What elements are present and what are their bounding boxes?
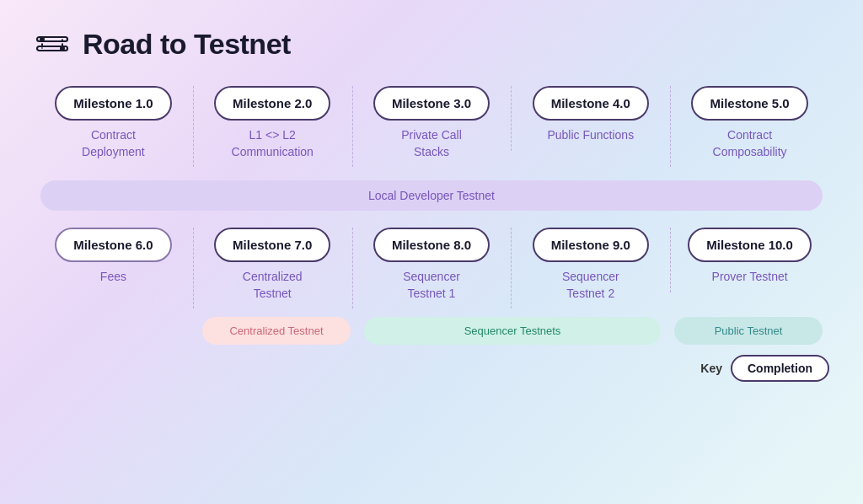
- col-m4: Milestone 4.0 Public Functions: [511, 86, 670, 151]
- key-completion-pill: Completion: [731, 355, 829, 382]
- milestone-6-subtitle: Fees: [100, 269, 126, 286]
- milestone-2-pill: Milestone 2.0: [214, 86, 330, 121]
- local-testnet-band: Local Developer Testnet: [40, 180, 823, 211]
- centralized-testnet-band: Centralized Testnet: [202, 317, 351, 345]
- bottom-bands-row: Centralized Testnet Sequencer Testnets P…: [34, 317, 829, 345]
- milestone-3-subtitle: Private CallStacks: [401, 127, 462, 160]
- milestone-8-subtitle: SequencerTestnet 1: [403, 269, 460, 302]
- milestone-7-subtitle: CentralizedTestnet: [243, 269, 303, 302]
- milestone-4-pill: Milestone 4.0: [533, 86, 649, 121]
- band-col-m7: Centralized Testnet: [196, 317, 357, 345]
- col-m6: Milestone 6.0 Fees: [34, 228, 193, 292]
- top-milestones-row: Milestone 1.0 ContractDeployment Milesto…: [34, 86, 829, 167]
- page: Road to Testnet Milestone 1.0 ContractDe…: [0, 0, 863, 504]
- public-testnet-band: Public Testnet: [674, 317, 823, 345]
- col-m5: Milestone 5.0 ContractComposability: [670, 86, 829, 167]
- milestone-10-subtitle: Prover Testnet: [712, 269, 788, 286]
- milestone-4-subtitle: Public Functions: [547, 127, 634, 144]
- milestone-8-pill: Milestone 8.0: [373, 228, 490, 262]
- col-m2: Milestone 2.0 L1 <> L2Communication: [193, 86, 352, 167]
- col-m3: Milestone 3.0 Private CallStacks: [352, 86, 512, 167]
- milestone-10-pill: Milestone 10.0: [688, 228, 812, 262]
- header: Road to Testnet: [34, 25, 829, 62]
- col-m1: Milestone 1.0 ContractDeployment: [34, 86, 193, 167]
- milestone-1-subtitle: ContractDeployment: [82, 127, 145, 160]
- col-m7: Milestone 7.0 CentralizedTestnet: [193, 228, 352, 308]
- milestone-6-pill: Milestone 6.0: [55, 228, 171, 262]
- milestone-5-pill: Milestone 5.0: [691, 86, 807, 121]
- col-m9: Milestone 9.0 SequencerTestnet 2: [511, 228, 670, 308]
- col-m8: Milestone 8.0 SequencerTestnet 1: [352, 228, 512, 308]
- milestone-2-subtitle: L1 <> L2Communication: [232, 127, 314, 160]
- key-section: Key Completion: [34, 355, 829, 382]
- sequencer-testnets-band: Sequencer Testnets: [364, 317, 661, 345]
- band-col-m8-m9: Sequencer Testnets: [357, 317, 667, 345]
- page-title: Road to Testnet: [83, 28, 291, 61]
- milestone-9-pill: Milestone 9.0: [533, 228, 649, 262]
- milestone-7-pill: Milestone 7.0: [214, 228, 330, 262]
- milestone-3-pill: Milestone 3.0: [373, 86, 490, 121]
- milestone-1-pill: Milestone 1.0: [55, 86, 171, 121]
- local-testnet-band-wrapper: Local Developer Testnet: [34, 180, 829, 211]
- band-col-m10: Public Testnet: [667, 317, 829, 345]
- milestone-9-subtitle: SequencerTestnet 2: [562, 269, 619, 302]
- road-icon: [34, 25, 71, 62]
- milestone-5-subtitle: ContractComposability: [713, 127, 787, 160]
- key-label: Key: [700, 362, 722, 375]
- col-m10: Milestone 10.0 Prover Testnet: [670, 228, 829, 292]
- bottom-milestones-row: Milestone 6.0 Fees Milestone 7.0 Central…: [34, 228, 829, 308]
